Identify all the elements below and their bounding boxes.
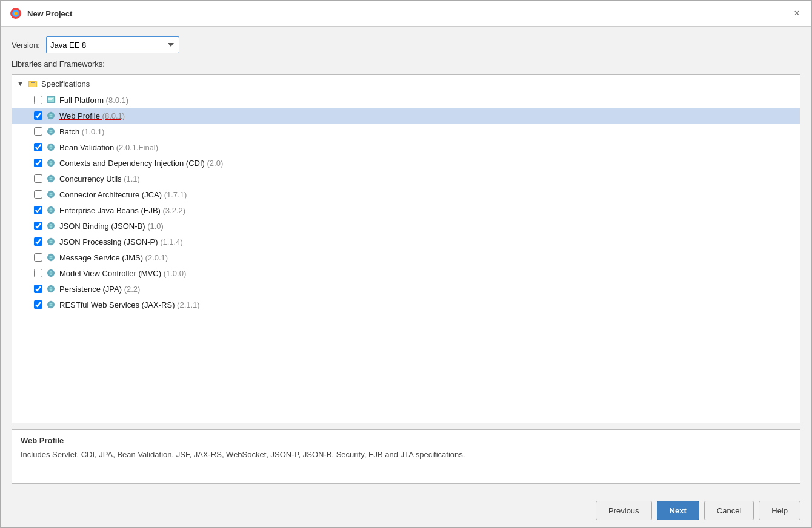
bean-validation-item: Bean Validation (2.0.1.Final) — [12, 139, 800, 155]
frameworks-label: Libraries and Frameworks: — [12, 59, 800, 68]
mvc-label: Model View Controller (MVC) (1.0.0) — [59, 269, 186, 278]
jca-label: Connector Architecture (JCA) (1.7.1) — [59, 190, 187, 199]
mvc-icon — [46, 268, 56, 278]
batch-label: Batch (1.0.1) — [59, 127, 104, 136]
bean-validation-icon — [46, 142, 56, 152]
jca-icon — [46, 190, 56, 199]
jca-checkbox[interactable] — [34, 190, 42, 199]
version-row: Version: Java EE 8 Java EE 7 Java EE 6 — [12, 36, 800, 53]
json-p-icon — [46, 237, 56, 246]
tree-item: Full Platform (8.0.1) — [12, 92, 800, 108]
cdi-icon — [46, 158, 56, 168]
dialog-title: New Project — [27, 9, 72, 18]
json-b-checkbox[interactable] — [34, 222, 42, 230]
chevron-down-icon[interactable]: ▼ — [17, 80, 24, 87]
json-p-item: JSON Processing (JSON-P) (1.1.4) — [12, 234, 800, 249]
new-project-dialog: New Project × Version: Java EE 8 Java EE… — [0, 0, 812, 528]
button-bar: Previous Next Cancel Help — [1, 493, 811, 527]
json-b-icon — [46, 221, 56, 231]
tree-panel: ▼ Specifications — [12, 74, 800, 423]
svg-point-2 — [14, 12, 18, 15]
ejb-item: Enterprise Java Beans (EJB) (3.2.2) — [12, 202, 800, 218]
mvc-checkbox[interactable] — [34, 269, 42, 277]
jca-item: Connector Architecture (JCA) (1.7.1) — [12, 186, 800, 202]
title-bar: New Project × — [1, 1, 811, 27]
info-title: Web Profile — [21, 436, 791, 445]
full-platform-checkbox[interactable] — [34, 96, 42, 104]
jax-rs-label: RESTful Web Services (JAX-RS) (2.1.1) — [59, 300, 200, 309]
jms-item: Message Service (JMS) (2.0.1) — [12, 249, 800, 265]
next-button[interactable]: Next — [657, 501, 699, 520]
jpa-label: Persistence (JPA) (2.2) — [59, 285, 140, 294]
title-bar-left: New Project — [9, 7, 72, 20]
close-button[interactable]: × — [791, 7, 803, 19]
jpa-icon — [46, 284, 56, 294]
svg-rect-11 — [48, 98, 53, 99]
svg-rect-6 — [31, 82, 35, 83]
concurrency-label: Concurrency Utils (1.1) — [59, 174, 140, 183]
json-b-label: JSON Binding (JSON-B) (1.0) — [59, 222, 164, 231]
web-profile-icon — [46, 111, 56, 120]
version-label: Version: — [12, 41, 40, 50]
jax-rs-icon — [46, 300, 56, 309]
ejb-icon — [46, 205, 56, 215]
batch-item: Batch (1.0.1) — [12, 124, 800, 139]
jpa-checkbox[interactable] — [34, 285, 42, 293]
version-select[interactable]: Java EE 8 Java EE 7 Java EE 6 — [46, 36, 179, 53]
specifications-group-label: Specifications — [41, 79, 90, 88]
info-description: Includes Servlet, CDI, JPA, Bean Validat… — [21, 449, 791, 461]
app-icon — [9, 7, 22, 20]
previous-button[interactable]: Previous — [596, 501, 652, 520]
info-panel: Web Profile Includes Servlet, CDI, JPA, … — [12, 429, 800, 484]
full-platform-icon — [46, 95, 56, 105]
svg-rect-8 — [31, 85, 33, 85]
mvc-item: Model View Controller (MVC) (1.0.0) — [12, 265, 800, 281]
json-b-item: JSON Binding (JSON-B) (1.0) — [12, 218, 800, 234]
web-profile-label: Web Profile (8.0.1) — [59, 111, 125, 120]
cdi-label: Contexts and Dependency Injection (CDI) … — [59, 159, 223, 168]
cdi-item: Contexts and Dependency Injection (CDI) … — [12, 155, 800, 171]
concurrency-item: Concurrency Utils (1.1) — [12, 171, 800, 186]
svg-rect-12 — [48, 99, 52, 100]
concurrency-icon — [46, 174, 56, 183]
concurrency-checkbox[interactable] — [34, 174, 42, 183]
jms-icon — [46, 252, 56, 262]
json-p-label: JSON Processing (JSON-P) (1.1.4) — [59, 237, 183, 246]
main-content: Version: Java EE 8 Java EE 7 Java EE 6 L… — [1, 27, 811, 493]
jpa-item: Persistence (JPA) (2.2) — [12, 281, 800, 297]
web-profile-checkbox[interactable] — [34, 111, 42, 120]
cdi-checkbox[interactable] — [34, 159, 42, 167]
ejb-label: Enterprise Java Beans (EJB) (3.2.2) — [59, 206, 185, 215]
cancel-button[interactable]: Cancel — [704, 501, 754, 520]
svg-rect-7 — [31, 84, 36, 84]
jax-rs-checkbox[interactable] — [34, 300, 42, 309]
web-profile-item[interactable]: Web Profile (8.0.1) — [12, 108, 800, 124]
specifications-icon — [28, 79, 38, 88]
help-button[interactable]: Help — [759, 501, 800, 520]
bean-validation-label: Bean Validation (2.0.1.Final) — [59, 143, 158, 152]
jms-checkbox[interactable] — [34, 253, 42, 262]
batch-checkbox[interactable] — [34, 127, 42, 136]
jax-rs-item: RESTful Web Services (JAX-RS) (2.1.1) — [12, 297, 800, 312]
ejb-checkbox[interactable] — [34, 206, 42, 214]
bean-validation-checkbox[interactable] — [34, 143, 42, 151]
json-p-checkbox[interactable] — [34, 237, 42, 246]
full-platform-label: Full Platform (8.0.1) — [59, 96, 128, 105]
batch-icon — [46, 127, 56, 136]
tree-group-header: ▼ Specifications — [12, 75, 800, 92]
jms-label: Message Service (JMS) (2.0.1) — [59, 253, 168, 262]
